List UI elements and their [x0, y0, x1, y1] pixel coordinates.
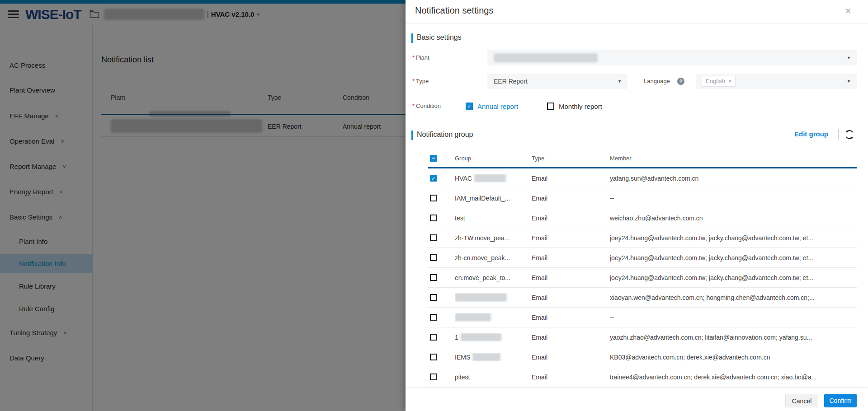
- basic-settings-heading: Basic settings: [417, 33, 462, 42]
- row-checkbox[interactable]: [430, 314, 437, 321]
- group-name: en.move_peak_to...: [455, 274, 532, 281]
- row-checkbox[interactable]: [430, 195, 437, 201]
- notification-group-heading: Notification group: [417, 131, 473, 139]
- table-row[interactable]: IEMS Email KB03@advantech.com.cn; derek.…: [428, 347, 857, 367]
- group-name: IEMS: [455, 354, 470, 361]
- group-member: joey24.huang@advantech.com.tw; jacky.cha…: [610, 274, 857, 281]
- redacted-group-name: [472, 353, 500, 361]
- group-member: --: [610, 314, 857, 321]
- footer-divider: [406, 388, 868, 388]
- group-name: pitest: [455, 374, 532, 381]
- confirm-button[interactable]: Confirm: [824, 394, 857, 407]
- group-type: Email: [532, 334, 610, 341]
- caret-down-icon: ▼: [618, 74, 622, 89]
- modal-title-divider: [406, 23, 868, 24]
- redacted-group-name: [455, 293, 507, 302]
- group-table-header: Group Type Member: [428, 149, 857, 167]
- group-member: weichao.zhu@advantech.com.cn: [610, 215, 857, 222]
- language-tag: English×: [702, 76, 736, 87]
- row-checkbox[interactable]: [430, 334, 437, 341]
- table-row[interactable]: 1 Email yaozhi.zhao@advantech.com.cn; li…: [428, 327, 857, 347]
- group-name: zh-TW.move_pea...: [455, 234, 532, 242]
- group-type: Email: [532, 294, 610, 301]
- redacted-group-name: [474, 174, 506, 182]
- row-checkbox[interactable]: [430, 234, 437, 241]
- checkbox-checked-icon[interactable]: ✓: [466, 103, 473, 110]
- group-member: trainee4@advantech.com.cn; derek.xie@adv…: [610, 374, 857, 381]
- row-checkbox[interactable]: [430, 274, 437, 281]
- toolbar-divider: [838, 129, 839, 140]
- type-column-header: Type: [532, 155, 610, 162]
- table-row[interactable]: IAM_mailDefault_... Email --: [428, 188, 857, 208]
- required-mark: *: [412, 103, 415, 109]
- language-field-label: Language: [644, 74, 670, 89]
- group-member: joey24.huang@advantech.com.tw; jacky.cha…: [610, 234, 857, 242]
- monthly-report-label: Monthly report: [559, 103, 602, 110]
- select-all-checkbox[interactable]: [430, 155, 437, 162]
- group-type: Email: [532, 234, 610, 242]
- group-name: test: [455, 215, 532, 222]
- group-type: Email: [532, 175, 610, 182]
- group-member: xiaoyan.wen@advantech.com.cn; hongming.c…: [610, 294, 857, 301]
- required-mark: *: [412, 54, 415, 61]
- checkbox-unchecked-icon[interactable]: [547, 103, 554, 110]
- group-member: joey24.huang@advantech.com.tw; jacky.cha…: [610, 254, 857, 262]
- table-row[interactable]: test Email weichao.zhu@advantech.com.cn: [428, 208, 857, 228]
- group-member: --: [610, 195, 857, 202]
- group-column-header: Group: [455, 155, 532, 162]
- notification-group-table: Group Type Member ✓ HVAC Email yafang.su…: [428, 149, 857, 387]
- plant-select[interactable]: ▼: [487, 50, 857, 65]
- group-name: 1: [455, 334, 458, 341]
- refresh-icon[interactable]: [844, 129, 855, 140]
- section-accent-bar: [411, 33, 413, 43]
- type-field-label: *Type: [412, 74, 429, 89]
- group-name: IAM_mailDefault_...: [455, 195, 532, 202]
- table-row[interactable]: Email xiaoyan.wen@advantech.com.cn; hong…: [428, 288, 857, 308]
- condition-field-label: *Condition: [412, 98, 441, 114]
- row-checkbox-checked[interactable]: ✓: [430, 175, 437, 182]
- tag-remove-icon[interactable]: ×: [728, 78, 732, 84]
- row-checkbox[interactable]: [430, 215, 437, 221]
- group-type: Email: [532, 254, 610, 262]
- annual-report-label: Annual report: [477, 103, 518, 110]
- group-type: Email: [532, 195, 610, 202]
- row-checkbox[interactable]: [430, 354, 437, 360]
- caret-down-icon: ▼: [847, 50, 851, 65]
- row-checkbox[interactable]: [430, 294, 437, 301]
- row-checkbox[interactable]: [430, 374, 437, 380]
- group-type: Email: [532, 354, 610, 361]
- table-row[interactable]: zh-cn.move_peak... Email joey24.huang@ad…: [428, 248, 857, 268]
- cancel-button[interactable]: Cancel: [785, 394, 818, 407]
- modal-title: Notification settings: [415, 5, 493, 16]
- group-member: yafang.sun@advantech.com.cn: [610, 175, 857, 182]
- group-name: zh-cn.move_peak...: [455, 254, 532, 262]
- group-type: Email: [532, 314, 610, 321]
- monthly-report-option[interactable]: Monthly report: [547, 98, 602, 114]
- redacted-group-name: [461, 333, 501, 341]
- edit-group-link[interactable]: Edit group: [794, 130, 828, 138]
- row-checkbox[interactable]: [430, 254, 437, 261]
- close-icon[interactable]: ✕: [842, 5, 854, 17]
- table-row[interactable]: zh-TW.move_pea... Email joey24.huang@adv…: [428, 228, 857, 248]
- question-help-icon[interactable]: ?: [677, 78, 684, 85]
- notification-settings-modal: Notification settings ✕ Basic settings *…: [406, 0, 868, 411]
- language-select[interactable]: English× ▼: [696, 74, 857, 89]
- redacted-group-name: [455, 313, 491, 322]
- plant-field-label: *Plant: [412, 50, 429, 65]
- type-select[interactable]: EER Report ▼: [487, 74, 627, 89]
- member-column-header: Member: [610, 155, 857, 162]
- table-row[interactable]: Email --: [428, 308, 857, 327]
- group-member: yaozhi.zhao@advantech.com.cn; litaifan@a…: [610, 334, 857, 341]
- table-row[interactable]: ✓ HVAC Email yafang.sun@advantech.com.cn: [428, 168, 857, 188]
- redacted-plant-value: [494, 53, 598, 62]
- table-row[interactable]: pitest Email trainee4@advantech.com.cn; …: [428, 367, 857, 387]
- annual-report-option[interactable]: ✓ Annual report: [466, 98, 518, 114]
- section-accent-bar: [411, 131, 413, 140]
- group-type: Email: [532, 374, 610, 381]
- required-mark: *: [412, 78, 415, 84]
- group-type: Email: [532, 215, 610, 222]
- caret-down-icon: ▼: [847, 74, 851, 89]
- group-name: HVAC: [455, 175, 472, 182]
- group-type: Email: [532, 274, 610, 281]
- table-row[interactable]: en.move_peak_to... Email joey24.huang@ad…: [428, 268, 857, 288]
